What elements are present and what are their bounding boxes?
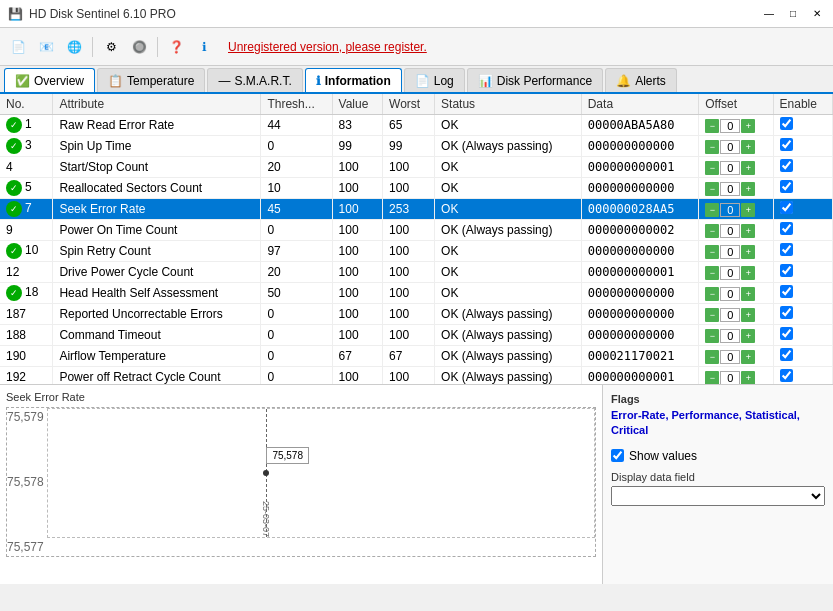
offset-plus-button[interactable]: + xyxy=(741,140,755,154)
tab-log[interactable]: 📄 Log xyxy=(404,68,465,92)
enable-checkbox[interactable] xyxy=(780,264,793,277)
offset-minus-button[interactable]: − xyxy=(705,224,719,238)
cell-enable[interactable] xyxy=(773,136,832,157)
close-button[interactable]: ✕ xyxy=(809,6,825,22)
cell-enable[interactable] xyxy=(773,241,832,262)
cell-offset[interactable]: −0+ xyxy=(699,367,773,385)
offset-minus-button[interactable]: − xyxy=(705,308,719,322)
offset-minus-button[interactable]: − xyxy=(705,245,719,259)
offset-plus-button[interactable]: + xyxy=(741,350,755,364)
toolbar-icon-info[interactable]: ℹ xyxy=(192,35,216,59)
enable-checkbox[interactable] xyxy=(780,201,793,214)
cell-offset[interactable]: −0+ xyxy=(699,220,773,241)
offset-minus-button[interactable]: − xyxy=(705,119,719,133)
offset-plus-button[interactable]: + xyxy=(741,182,755,196)
enable-checkbox[interactable] xyxy=(780,180,793,193)
table-row[interactable]: ✓18Head Health Self Assessment50100100OK… xyxy=(0,283,833,304)
toolbar-icon-disk[interactable]: 🔘 xyxy=(127,35,151,59)
enable-checkbox[interactable] xyxy=(780,243,793,256)
enable-checkbox[interactable] xyxy=(780,222,793,235)
cell-enable[interactable] xyxy=(773,199,832,220)
enable-checkbox[interactable] xyxy=(780,285,793,298)
cell-offset[interactable]: −0+ xyxy=(699,115,773,136)
cell-offset[interactable]: −0+ xyxy=(699,157,773,178)
cell-offset[interactable]: −0+ xyxy=(699,241,773,262)
offset-minus-button[interactable]: − xyxy=(705,350,719,364)
cell-offset[interactable]: −0+ xyxy=(699,325,773,346)
table-row[interactable]: 12Drive Power Cycle Count20100100OK00000… xyxy=(0,262,833,283)
cell-offset[interactable]: −0+ xyxy=(699,262,773,283)
enable-checkbox[interactable] xyxy=(780,117,793,130)
table-row[interactable]: ✓10Spin Retry Count97100100OK00000000000… xyxy=(0,241,833,262)
offset-plus-button[interactable]: + xyxy=(741,266,755,280)
tab-disk-performance[interactable]: 📊 Disk Performance xyxy=(467,68,603,92)
offset-plus-button[interactable]: + xyxy=(741,308,755,322)
enable-checkbox[interactable] xyxy=(780,306,793,319)
table-row[interactable]: 190Airflow Temperature06767OK (Always pa… xyxy=(0,346,833,367)
offset-minus-button[interactable]: − xyxy=(705,203,719,217)
table-row[interactable]: 192Power off Retract Cycle Count0100100O… xyxy=(0,367,833,385)
tab-overview[interactable]: ✅ Overview xyxy=(4,68,95,92)
minimize-button[interactable]: — xyxy=(761,6,777,22)
cell-enable[interactable] xyxy=(773,367,832,385)
offset-plus-button[interactable]: + xyxy=(741,203,755,217)
cell-enable[interactable] xyxy=(773,283,832,304)
offset-minus-button[interactable]: − xyxy=(705,371,719,385)
cell-enable[interactable] xyxy=(773,304,832,325)
cell-offset[interactable]: −0+ xyxy=(699,283,773,304)
offset-plus-button[interactable]: + xyxy=(741,287,755,301)
table-row[interactable]: ✓3Spin Up Time09999OK (Always passing)00… xyxy=(0,136,833,157)
tab-smart[interactable]: — S.M.A.R.T. xyxy=(207,68,302,92)
cell-enable[interactable] xyxy=(773,178,832,199)
table-row[interactable]: ✓5Reallocated Sectors Count10100100OK000… xyxy=(0,178,833,199)
table-row[interactable]: ✓1Raw Read Error Rate448365OK00000ABA5A8… xyxy=(0,115,833,136)
table-row[interactable]: 187Reported Uncorrectable Errors0100100O… xyxy=(0,304,833,325)
unregistered-text[interactable]: Unregistered version, please register. xyxy=(228,40,427,54)
cell-enable[interactable] xyxy=(773,220,832,241)
cell-enable[interactable] xyxy=(773,115,832,136)
offset-minus-button[interactable]: − xyxy=(705,140,719,154)
enable-checkbox[interactable] xyxy=(780,138,793,151)
enable-checkbox[interactable] xyxy=(780,327,793,340)
table-row[interactable]: 4Start/Stop Count20100100OK000000000001−… xyxy=(0,157,833,178)
toolbar-icon-3[interactable]: 🌐 xyxy=(62,35,86,59)
offset-minus-button[interactable]: − xyxy=(705,329,719,343)
toolbar-icon-help[interactable]: ❓ xyxy=(164,35,188,59)
enable-checkbox[interactable] xyxy=(780,159,793,172)
offset-plus-button[interactable]: + xyxy=(741,224,755,238)
offset-plus-button[interactable]: + xyxy=(741,161,755,175)
toolbar-icon-settings[interactable]: ⚙ xyxy=(99,35,123,59)
offset-minus-button[interactable]: − xyxy=(705,266,719,280)
cell-enable[interactable] xyxy=(773,262,832,283)
offset-plus-button[interactable]: + xyxy=(741,329,755,343)
table-row[interactable]: 188Command Timeout0100100OK (Always pass… xyxy=(0,325,833,346)
table-row[interactable]: 9Power On Time Count0100100OK (Always pa… xyxy=(0,220,833,241)
toolbar-icon-2[interactable]: 📧 xyxy=(34,35,58,59)
cell-offset[interactable]: −0+ xyxy=(699,346,773,367)
offset-minus-button[interactable]: − xyxy=(705,287,719,301)
offset-plus-button[interactable]: + xyxy=(741,119,755,133)
offset-plus-button[interactable]: + xyxy=(741,245,755,259)
offset-minus-button[interactable]: − xyxy=(705,161,719,175)
cell-offset[interactable]: −0+ xyxy=(699,178,773,199)
enable-checkbox[interactable] xyxy=(780,348,793,361)
flags-value: Error-Rate, Performance, Statistical, Cr… xyxy=(611,408,825,439)
offset-minus-button[interactable]: − xyxy=(705,182,719,196)
table-scroll[interactable]: No. Attribute Thresh... Value Worst Stat… xyxy=(0,94,833,384)
table-row[interactable]: ✓7Seek Error Rate45100253OK000000028AA5−… xyxy=(0,199,833,220)
cell-enable[interactable] xyxy=(773,346,832,367)
cell-offset[interactable]: −0+ xyxy=(699,136,773,157)
show-values-checkbox[interactable] xyxy=(611,449,624,462)
tab-information[interactable]: ℹ Information xyxy=(305,68,402,92)
cell-enable[interactable] xyxy=(773,325,832,346)
tab-alerts[interactable]: 🔔 Alerts xyxy=(605,68,677,92)
cell-offset[interactable]: −0+ xyxy=(699,304,773,325)
maximize-button[interactable]: □ xyxy=(785,6,801,22)
cell-enable[interactable] xyxy=(773,157,832,178)
cell-offset[interactable]: −0+ xyxy=(699,199,773,220)
display-field-select[interactable] xyxy=(611,486,825,506)
offset-plus-button[interactable]: + xyxy=(741,371,755,385)
toolbar-icon-1[interactable]: 📄 xyxy=(6,35,30,59)
enable-checkbox[interactable] xyxy=(780,369,793,382)
tab-temperature[interactable]: 📋 Temperature xyxy=(97,68,205,92)
